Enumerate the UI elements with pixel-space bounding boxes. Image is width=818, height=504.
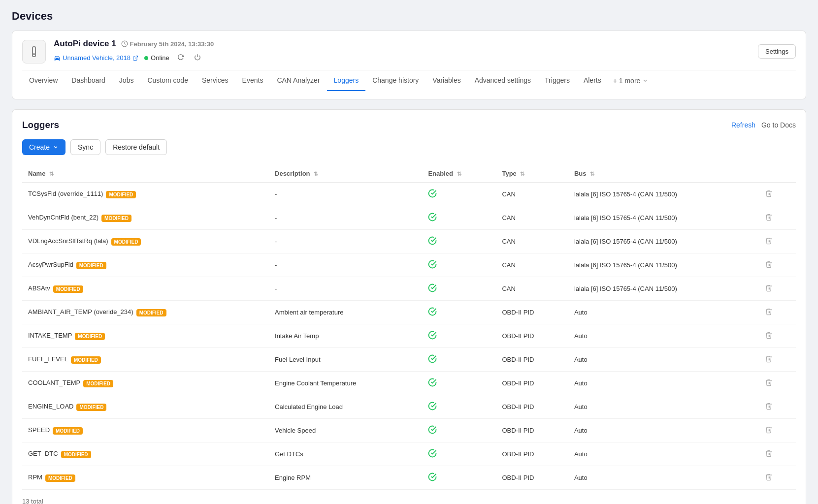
table-row[interactable]: FUEL_LEVELMODIFIEDFuel Level InputOBD-II…: [22, 348, 796, 372]
table-row[interactable]: AcsyPwrSupFldMODIFIED-CANlalala [6] ISO …: [22, 253, 796, 277]
check-circle-icon: [428, 284, 437, 292]
row-2-enabled: [422, 230, 496, 253]
refresh-icon: [177, 54, 184, 61]
table-row[interactable]: ABSAtvMODIFIED-CANlalala [6] ISO 15765-4…: [22, 277, 796, 301]
tab-services[interactable]: Services: [195, 70, 235, 91]
table-row[interactable]: SPEEDMODIFIEDVehicle SpeedOBD-II PIDAuto: [22, 419, 796, 442]
device-name-row: AutoPi device 1 February 5th 2024, 13:33…: [54, 39, 750, 49]
delete-button[interactable]: [763, 306, 775, 319]
row-5-delete-cell: [757, 301, 796, 324]
device-vehicle-link[interactable]: Unnamed Vehicle, 2018: [54, 54, 138, 62]
row-8-description: Engine Coolant Temperature: [269, 372, 422, 395]
modified-badge: MODIFIED: [53, 285, 83, 293]
row-9-delete-cell: [757, 395, 796, 419]
table-row[interactable]: GET_DTCMODIFIEDGet DTCsOBD-II PIDAuto: [22, 442, 796, 466]
row-1-type: CAN: [496, 206, 568, 230]
tab-custom-code[interactable]: Custom code: [140, 70, 195, 91]
refresh-link[interactable]: Refresh: [731, 121, 755, 129]
delete-button[interactable]: [763, 211, 775, 224]
check-circle-icon: [428, 378, 437, 387]
trash-icon: [765, 378, 773, 386]
delete-button[interactable]: [763, 424, 775, 437]
tab-more[interactable]: + 1 more: [608, 71, 654, 91]
delete-button[interactable]: [763, 447, 775, 461]
table-row[interactable]: VDLngAccSnrSlfTstRq (lala)MODIFIED-CANla…: [22, 230, 796, 253]
row-0-bus: lalala [6] ISO 15765-4 (CAN 11/500): [568, 183, 757, 206]
col-type[interactable]: Type ⇅: [496, 165, 568, 183]
delete-button[interactable]: [763, 329, 775, 343]
table-row[interactable]: TCSysFld (override_1111)MODIFIED-CANlala…: [22, 183, 796, 206]
toolbar: Create Sync Restore default: [22, 139, 796, 155]
table-row[interactable]: ENGINE_LOADMODIFIEDCalculated Engine Loa…: [22, 395, 796, 419]
go-to-docs-link[interactable]: Go to Docs: [761, 121, 796, 129]
row-5-enabled: [422, 301, 496, 324]
device-name-text: AutoPi device 1: [54, 39, 116, 49]
row-0-type: CAN: [496, 183, 568, 206]
check-circle-icon: [428, 331, 437, 340]
delete-button[interactable]: [763, 258, 775, 272]
row-7-name: FUEL_LEVELMODIFIED: [22, 348, 269, 372]
car-icon: [54, 55, 61, 62]
col-enabled[interactable]: Enabled ⇅: [422, 165, 496, 183]
row-10-type: OBD-II PID: [496, 419, 568, 442]
trash-icon: [765, 449, 773, 457]
row-0-description: -: [269, 183, 422, 206]
table-row[interactable]: COOLANT_TEMPMODIFIEDEngine Coolant Tempe…: [22, 372, 796, 395]
modified-badge: MODIFIED: [76, 262, 106, 269]
delete-button[interactable]: [763, 235, 775, 248]
refresh-device-button[interactable]: [175, 52, 186, 64]
settings-button[interactable]: Settings: [758, 44, 796, 59]
sort-icon-bus: ⇅: [590, 171, 594, 177]
tab-advanced-settings[interactable]: Advanced settings: [468, 70, 538, 91]
col-bus[interactable]: Bus ⇅: [568, 165, 757, 183]
trash-icon: [765, 308, 773, 315]
tab-events[interactable]: Events: [235, 70, 270, 91]
table-row[interactable]: AMBIANT_AIR_TEMP (overide_234)MODIFIEDAm…: [22, 301, 796, 324]
row-7-enabled: [422, 348, 496, 372]
trash-icon: [765, 260, 773, 268]
row-4-type: CAN: [496, 277, 568, 301]
row-2-bus: lalala [6] ISO 15765-4 (CAN 11/500): [568, 230, 757, 253]
tab-loggers[interactable]: Loggers: [327, 70, 366, 91]
row-4-name: ABSAtvMODIFIED: [22, 277, 269, 301]
row-6-name: INTAKE_TEMPMODIFIED: [22, 324, 269, 348]
row-5-bus: Auto: [568, 301, 757, 324]
col-description[interactable]: Description ⇅: [269, 165, 422, 183]
tab-overview[interactable]: Overview: [22, 70, 65, 91]
tab-variables[interactable]: Variables: [425, 70, 467, 91]
tab-dashboard[interactable]: Dashboard: [65, 70, 112, 91]
tab-can-analyzer[interactable]: CAN Analyzer: [270, 70, 327, 91]
section-header: Loggers Refresh Go to Docs: [22, 120, 796, 130]
tab-jobs[interactable]: Jobs: [112, 70, 141, 91]
modified-badge: MODIFIED: [106, 191, 136, 198]
row-9-name: ENGINE_LOADMODIFIED: [22, 395, 269, 419]
page-title: Devices: [12, 10, 806, 23]
delete-button[interactable]: [763, 377, 775, 390]
table-row[interactable]: RPMMODIFIEDEngine RPMOBD-II PIDAuto: [22, 466, 796, 490]
row-6-bus: Auto: [568, 324, 757, 348]
chevron-down-icon-create: [53, 144, 59, 150]
svg-point-1: [33, 54, 34, 55]
col-name[interactable]: Name ⇅: [22, 165, 269, 183]
delete-button[interactable]: [763, 188, 775, 201]
row-5-name: AMBIANT_AIR_TEMP (overide_234)MODIFIED: [22, 301, 269, 324]
loggers-section: Loggers Refresh Go to Docs Create Sync R…: [12, 109, 806, 504]
restore-default-button[interactable]: Restore default: [105, 139, 167, 155]
power-button[interactable]: [192, 52, 203, 64]
create-button[interactable]: Create: [22, 139, 65, 155]
delete-button[interactable]: [763, 353, 775, 366]
delete-button[interactable]: [763, 471, 775, 484]
online-status: Online: [144, 54, 169, 62]
delete-button[interactable]: [763, 282, 775, 295]
tab-triggers[interactable]: Triggers: [538, 70, 577, 91]
clock-icon: [121, 40, 128, 47]
trash-icon: [765, 426, 773, 434]
col-actions: [757, 165, 796, 183]
table-row[interactable]: VehDynCntFld (bent_22)MODIFIED-CANlalala…: [22, 206, 796, 230]
row-3-type: CAN: [496, 253, 568, 277]
delete-button[interactable]: [763, 400, 775, 413]
table-row[interactable]: INTAKE_TEMPMODIFIEDIntake Air TempOBD-II…: [22, 324, 796, 348]
sync-button[interactable]: Sync: [70, 139, 100, 155]
tab-alerts[interactable]: Alerts: [577, 70, 608, 91]
tab-change-history[interactable]: Change history: [365, 70, 425, 91]
